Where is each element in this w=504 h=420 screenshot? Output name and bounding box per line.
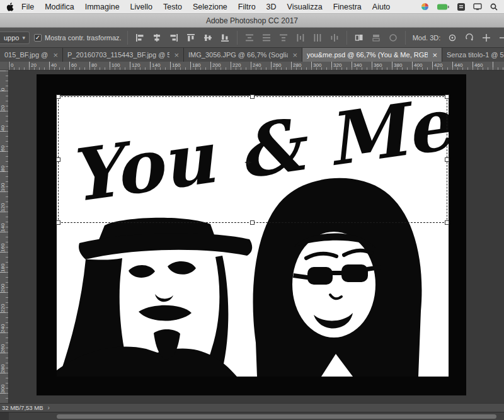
show-transform-label: Mostra contr. trasformaz.: [45, 34, 122, 42]
transform-handle-middle-left[interactable]: [56, 157, 60, 162]
menu-item[interactable]: Visualizza: [287, 3, 323, 11]
battery-icon[interactable]: [437, 4, 449, 10]
ruler-tick-label: 380: [392, 62, 412, 70]
tab-document-5[interactable]: Senza titolo-1 @ 50% (... ×: [442, 48, 504, 62]
transform-handle-bottom-middle[interactable]: [250, 220, 255, 225]
ruler-tick-label: 60: [69, 62, 89, 70]
distribute-v-icon-1[interactable]: [294, 31, 307, 45]
tab-document-3[interactable]: IMG_3056.JPG @ 66,7% (Soglia 1, ... ×: [184, 48, 302, 62]
menu-item[interactable]: Modifica: [45, 3, 74, 11]
ruler-tick-label: 220: [231, 62, 251, 70]
transform-handle-middle-right[interactable]: [445, 157, 449, 162]
document-canvas[interactable]: You & Me: [37, 74, 466, 395]
show-transform-controls-option[interactable]: ✓ Mostra contr. trasformaz.: [34, 34, 122, 42]
auto-align-icon[interactable]: [353, 31, 365, 45]
align-right-icon[interactable]: [168, 31, 180, 45]
close-icon[interactable]: ×: [432, 51, 437, 59]
transform-bounding-box[interactable]: [58, 96, 447, 223]
transform-handle-bottom-right[interactable]: [445, 220, 449, 225]
3d-roll-icon[interactable]: [463, 31, 476, 45]
ruler-tick-label: 80: [0, 151, 8, 171]
tab-document-active[interactable]: you&me.psd @ 66,7% (You & Me, RGB/8) * ×: [302, 48, 442, 62]
3d-slide-icon[interactable]: [497, 31, 504, 45]
ruler-tick-label: 20: [0, 91, 8, 111]
close-icon[interactable]: ×: [53, 51, 58, 59]
canvas-pasteboard[interactable]: You & Me: [9, 71, 504, 403]
ruler-tick-label: 140: [0, 212, 8, 232]
menu-item[interactable]: File: [21, 3, 34, 11]
ruler-tick-label: 80: [89, 62, 110, 70]
tab-label: you&me.psd @ 66,7% (You & Me, RGB/8) *: [307, 51, 428, 59]
ruler-tick-label: 260: [0, 332, 8, 353]
distribute-h-icon-3[interactable]: [277, 31, 290, 45]
ruler-tick-label: 40: [49, 62, 69, 70]
menu-item[interactable]: 3D: [266, 3, 277, 11]
ruler-tick-label: 200: [210, 62, 231, 70]
3d-pan-icon[interactable]: [480, 31, 493, 45]
transform-reference-point[interactable]: [244, 157, 252, 165]
scrollbar-corner: [0, 412, 9, 420]
transform-handle-top-left[interactable]: [56, 94, 60, 99]
auto-select-dropdown[interactable]: uppo ▾: [0, 31, 30, 44]
align-top-icon[interactable]: [185, 31, 197, 45]
ruler-tick-label: 320: [331, 62, 352, 70]
menu-bar: FileModificaImmagineLivelloTestoSelezion…: [0, 0, 504, 14]
transform-handle-bottom-left[interactable]: [56, 220, 60, 225]
transform-handle-top-right[interactable]: [445, 94, 449, 99]
tool-options-bar: uppo ▾ ✓ Mostra contr. trasformaz. Mod. …: [0, 28, 504, 48]
check-glyph: ✓: [35, 35, 40, 41]
scrollbar-thumb[interactable]: [57, 414, 496, 419]
distribute-height-icon[interactable]: [387, 31, 399, 45]
tab-label: 015_BF.jpg @ 50...: [4, 51, 49, 59]
menu-item[interactable]: Testo: [163, 3, 182, 11]
ruler-tick-label: 460: [472, 62, 493, 70]
ruler-tick-label: 400: [412, 62, 432, 70]
distribute-v-icon-3[interactable]: [328, 31, 341, 45]
align-bottom-icon[interactable]: [219, 31, 231, 45]
close-icon[interactable]: ×: [292, 51, 297, 59]
distribute-width-icon[interactable]: [370, 31, 382, 45]
status-menu-chevron-icon[interactable]: ›: [47, 404, 49, 411]
chevron-down-icon: ▾: [22, 35, 25, 41]
distribute-h-icon-2[interactable]: [260, 31, 273, 45]
tab-label: IMG_3056.JPG @ 66,7% (Soglia 1, ...: [188, 51, 288, 59]
distribute-v-icon-2[interactable]: [311, 31, 324, 45]
align-left-icon[interactable]: [134, 31, 146, 45]
ruler-tick-label: 100: [0, 171, 8, 191]
menu-item[interactable]: Aiuto: [372, 3, 391, 11]
menu-item[interactable]: Immagine: [85, 3, 120, 11]
menu-item[interactable]: Filtro: [238, 3, 256, 11]
transform-handle-top-middle[interactable]: [250, 94, 255, 99]
tab-document-2[interactable]: P_20160703_115443_BF.jpg @ 51... ×: [63, 48, 184, 62]
distribute-h-icon-1[interactable]: [243, 31, 256, 45]
document-tab-bar: 015_BF.jpg @ 50... × P_20160703_115443_B…: [0, 48, 504, 62]
window-title-bar[interactable]: Adobe Photoshop CC 2017: [0, 14, 504, 28]
apple-menu-icon[interactable]: [6, 3, 14, 11]
close-icon[interactable]: ×: [174, 51, 179, 59]
checkbox-checked-icon[interactable]: ✓: [34, 34, 42, 42]
options-separator: [346, 31, 347, 45]
align-center-h-icon[interactable]: [151, 31, 163, 45]
mode-3d-label: Mod. 3D:: [413, 34, 441, 42]
horizontal-ruler[interactable]: 0204060801001201401601802002202402602803…: [9, 62, 504, 71]
ruler-tick-label: 60: [0, 131, 8, 151]
tab-label: P_20160703_115443_BF.jpg @ 51...: [67, 51, 169, 59]
menu-item[interactable]: Selezione: [193, 3, 227, 11]
pinwheel-sync-icon[interactable]: [421, 3, 429, 11]
display-icon[interactable]: [473, 3, 482, 10]
menu-item[interactable]: Livello: [130, 3, 152, 11]
align-center-v-icon[interactable]: [202, 31, 214, 45]
artwork-area[interactable]: You & Me: [57, 96, 449, 377]
vertical-ruler[interactable]: 0204060801001201401601802002202402602803…: [0, 71, 9, 403]
menu-item[interactable]: Finestra: [333, 3, 362, 11]
horizontal-scrollbar[interactable]: [0, 412, 504, 420]
ruler-tick-label: 280: [0, 353, 8, 373]
ruler-tick-label: 240: [251, 62, 271, 70]
ruler-corner[interactable]: [0, 62, 9, 71]
ruler-tick-label: 260: [271, 62, 291, 70]
spotlight-icon[interactable]: [490, 3, 498, 11]
3d-rotate-icon[interactable]: [446, 31, 459, 45]
input-source-icon[interactable]: [457, 3, 465, 11]
tab-document-1[interactable]: 015_BF.jpg @ 50... ×: [0, 48, 63, 62]
menu-items: FileModificaImmagineLivelloTestoSelezion…: [21, 3, 390, 11]
